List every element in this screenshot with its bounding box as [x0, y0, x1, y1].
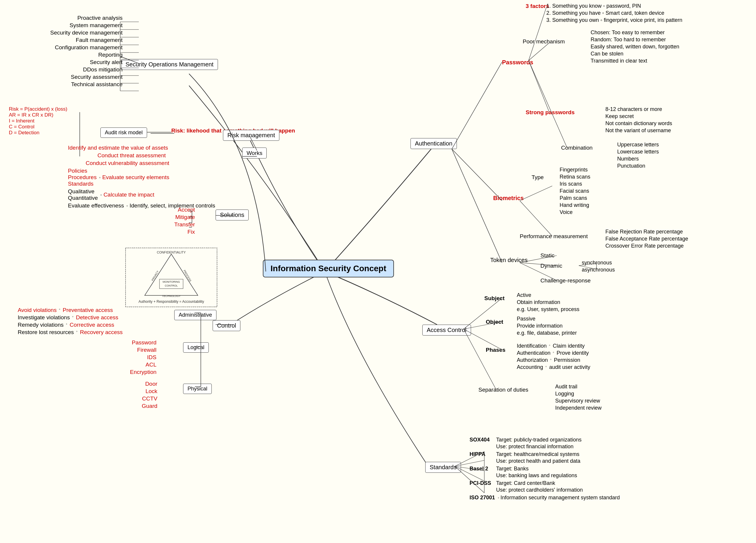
sep-duties-items: Audit trail Logging Supervisory review I… [555, 384, 602, 411]
risk-item-1: Identify and estimate the value of asset… [68, 145, 215, 151]
phase-1: Identification ◦ Claim identity [517, 343, 590, 349]
object-items: Passive Provide information e.g. file, d… [517, 316, 577, 336]
investigate: Investigate violations [18, 314, 70, 321]
svg-line-50 [464, 329, 496, 389]
iso-group: ISO 27001 ◦ Information security managem… [470, 495, 620, 501]
strong-2: Keep secret [605, 113, 672, 120]
standards-items: SOX404 Target: publicly-traded organizat… [470, 437, 620, 501]
object-label: Object [486, 319, 503, 325]
type-1: Fingerprints [560, 167, 590, 173]
poor-items: Chosen: Too easy to remember Random: Too… [591, 30, 679, 64]
combo-label: Combination [561, 145, 593, 151]
secops-item-1: Proactive analysis [50, 15, 123, 21]
svg-text:TECHNOLOGY: TECHNOLOGY [162, 294, 180, 297]
perf-1: False Rejection Rate percentage [605, 229, 688, 235]
admin-row-1: Avoid violations ◦ Preventative access [18, 307, 123, 313]
secops-item-10: Technical assistance [50, 81, 123, 88]
solutions-box: Solutions [216, 210, 249, 221]
iso-1: Information security management system s… [501, 495, 620, 501]
physical-items: Door Lock CCTV Guard [142, 381, 157, 409]
phase-4: Accounting ◦ audit user activity [517, 364, 590, 370]
sub-active: Active [517, 292, 579, 298]
quantitative: Quantitative [68, 195, 98, 201]
svg-marker-16 [145, 254, 198, 295]
triangle-diagram: CONFIDENTIALITY INTEGRITY AVAILABILITY P… [126, 248, 217, 307]
svg-line-40 [452, 62, 502, 149]
log-password: Password [130, 339, 157, 346]
poor-1: Chosen: Too easy to remember [591, 30, 679, 36]
combo-2: Lowercase letters [617, 149, 659, 155]
control-box: Control [213, 320, 240, 331]
poor-5: Transmitted in clear text [591, 58, 679, 64]
svg-text:AVAILABILITY: AVAILABILITY [188, 298, 207, 298]
accounting: Accounting [517, 364, 543, 370]
secops-item-6: Reporting [50, 52, 123, 58]
phase-2: Authentication ◦ Prove identity [517, 350, 590, 356]
token-label: Token devices [490, 257, 528, 264]
authorization: Authorization [517, 357, 548, 363]
obj-passive: Passive [517, 316, 577, 322]
corrective: Corrective access [70, 322, 114, 328]
secops-item-9: Security assessment [50, 74, 123, 80]
pci-1: Target: Card center/Bank [496, 480, 583, 486]
sox-1: Target: publicly-traded organizations [496, 437, 581, 443]
strong-1: 8-12 characters or more [605, 106, 672, 113]
phys-lock: Lock [142, 388, 157, 394]
pci-label: PCI-DSS [470, 480, 493, 486]
standards-box: Standards [425, 462, 461, 473]
sync: synchronous [582, 260, 615, 266]
risk-item-3: Conduct vulnerability assessment [86, 160, 215, 167]
phases-label: Phases [486, 347, 506, 353]
authentication-box: Authentication [410, 138, 457, 149]
logical-items: Password Firewall IDS ACL Encryption [130, 339, 157, 375]
svg-text:MONITORING: MONITORING [163, 280, 180, 283]
audit-label: Audit risk model [105, 130, 143, 136]
sox-label: SOX404 [470, 437, 493, 443]
recovery: Recovery access [80, 329, 123, 335]
triangle-svg: CONFIDENTIALITY INTEGRITY AVAILABILITY P… [136, 251, 207, 298]
formula-3: I = Inherent [9, 118, 67, 124]
type-3: Iris scans [560, 181, 590, 187]
svg-line-45 [529, 61, 549, 112]
subject-label: Subject [484, 295, 505, 301]
phys-door: Door [142, 381, 157, 387]
calc-impact: Calculate the impact [103, 192, 154, 198]
sol-mitigate: Mitigate [174, 214, 195, 221]
logical-box: Logical [183, 342, 209, 353]
phys-guard: Guard [142, 403, 157, 409]
pci-items: Target: Card center/Bank Use: protect ca… [496, 480, 583, 493]
strong-3: Not contain dictionary words [605, 120, 672, 127]
hippa-items: Target: healthcare/medical systems Use: … [496, 451, 580, 464]
risk-item-2: Conduct threat assessment [97, 152, 215, 159]
formula-2: AR = IR x CR x DR) [9, 112, 67, 118]
sox-2: Use: protect financial information [496, 443, 581, 450]
log-firewall: Firewall [130, 347, 157, 353]
identification: Identification [517, 343, 547, 349]
factors-items: 1. Something you know ◦ password, PIN 2.… [546, 3, 682, 23]
poor-4: Can be stolen [591, 51, 679, 57]
obj-provide: Provide information [517, 323, 577, 329]
risk-mgmt-box: Risk management [223, 130, 279, 141]
preventative: Preventative access [63, 307, 113, 313]
risk-item-row: Policies Procedures Standards ◦ Evaluate… [68, 168, 215, 187]
eval-eff: Evaluate effectiveness [68, 203, 124, 209]
token-static: Static [540, 252, 555, 259]
sox-items: Target: publicly-traded organizations Us… [496, 437, 581, 450]
sep-3: Supervisory review [555, 398, 602, 404]
admin-items: Avoid violations ◦ Preventative access I… [18, 307, 123, 335]
hippa-2: Use: protect health and patient data [496, 458, 580, 464]
strong-4: Not the variant of username [605, 128, 672, 134]
formula-1: Risk = P(accident) x (loss) [9, 106, 67, 112]
secops-item-3: Security device management [50, 30, 123, 36]
sep-duties-label: Separation of duties [478, 386, 528, 393]
prove-identity: Prove identity [557, 350, 589, 356]
sub-eg: e.g. User, system, process [517, 306, 579, 312]
secops-box: Security Operations Management [121, 59, 218, 70]
permission: Permission [554, 357, 580, 363]
async: asynchronous [582, 267, 615, 273]
secops-item-5: Configuration management [50, 44, 123, 51]
sep-4: Independent review [555, 405, 602, 411]
sox-group: SOX404 Target: publicly-traded organizat… [470, 437, 620, 450]
perf-label: Performance measurement [520, 233, 588, 240]
factor-3: 3. Something you own ◦ fingerprint, voic… [546, 17, 682, 23]
